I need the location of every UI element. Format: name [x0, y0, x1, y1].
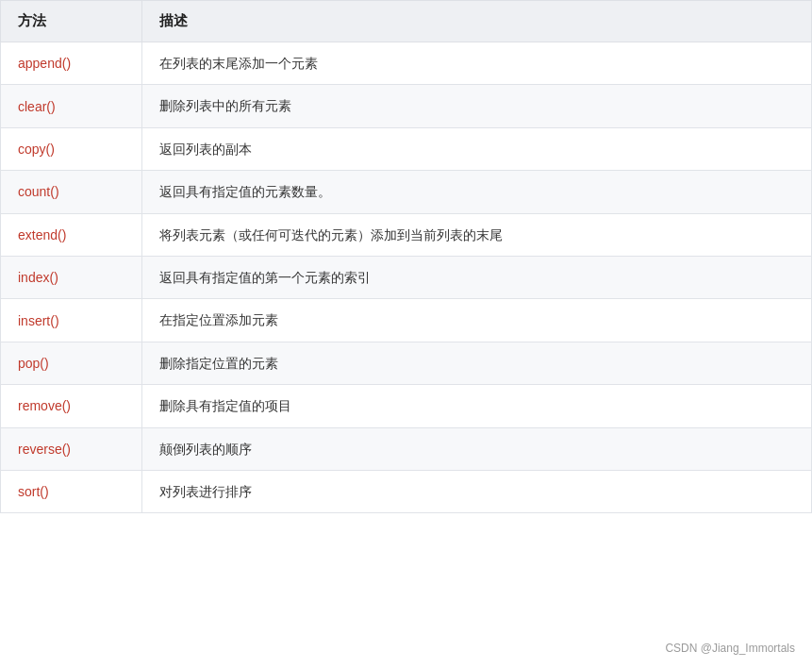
- method-cell: remove(): [1, 385, 142, 427]
- description-cell: 在指定位置添加元素: [142, 299, 812, 342]
- table-row: copy()返回列表的副本: [1, 127, 812, 170]
- table-row: append()在列表的末尾添加一个元素: [1, 42, 812, 85]
- main-container: 方法 描述 append()在列表的末尾添加一个元素clear()删除列表中的所…: [0, 0, 812, 668]
- table-row: pop()删除指定位置的元素: [1, 342, 812, 384]
- method-cell: pop(): [1, 342, 142, 384]
- description-cell: 删除指定位置的元素: [142, 342, 812, 384]
- methods-table: 方法 描述 append()在列表的末尾添加一个元素clear()删除列表中的所…: [0, 0, 812, 513]
- description-cell: 返回具有指定值的第一个元素的索引: [142, 256, 812, 298]
- method-cell: count(): [1, 171, 142, 213]
- description-cell: 在列表的末尾添加一个元素: [142, 42, 812, 85]
- header-description: 描述: [142, 1, 812, 42]
- method-cell: extend(): [1, 213, 142, 256]
- table-row: clear()删除列表中的所有元素: [1, 85, 812, 127]
- method-cell: copy(): [1, 127, 142, 170]
- description-cell: 返回列表的副本: [142, 127, 812, 170]
- table-row: count()返回具有指定值的元素数量。: [1, 171, 812, 213]
- method-cell: append(): [1, 42, 142, 85]
- table-row: extend()将列表元素（或任何可迭代的元素）添加到当前列表的末尾: [1, 213, 812, 256]
- watermark-text: CSDN @Jiang_Immortals: [665, 642, 795, 655]
- table-row: sort()对列表进行排序: [1, 470, 812, 512]
- description-cell: 返回具有指定值的元素数量。: [142, 171, 812, 213]
- description-cell: 颠倒列表的顺序: [142, 427, 812, 470]
- description-cell: 删除列表中的所有元素: [142, 85, 812, 127]
- method-cell: insert(): [1, 299, 142, 342]
- method-cell: reverse(): [1, 427, 142, 470]
- table-row: insert()在指定位置添加元素: [1, 299, 812, 342]
- table-row: reverse()颠倒列表的顺序: [1, 427, 812, 470]
- description-cell: 对列表进行排序: [142, 470, 812, 512]
- table-header-row: 方法 描述: [1, 1, 812, 42]
- table-row: index()返回具有指定值的第一个元素的索引: [1, 256, 812, 298]
- method-cell: clear(): [1, 85, 142, 127]
- header-method: 方法: [1, 1, 142, 42]
- description-cell: 删除具有指定值的项目: [142, 385, 812, 427]
- table-row: remove()删除具有指定值的项目: [1, 385, 812, 427]
- description-cell: 将列表元素（或任何可迭代的元素）添加到当前列表的末尾: [142, 213, 812, 256]
- method-cell: sort(): [1, 470, 142, 512]
- method-cell: index(): [1, 256, 142, 298]
